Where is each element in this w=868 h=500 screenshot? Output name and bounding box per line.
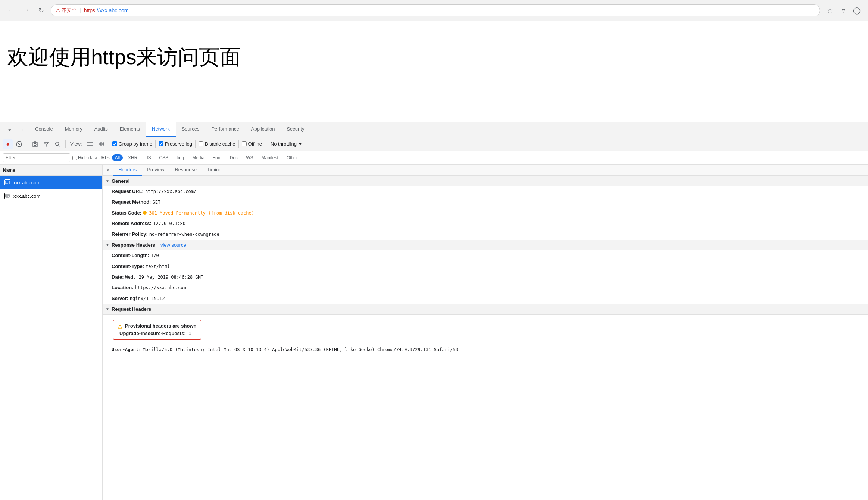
tab-security[interactable]: Security xyxy=(281,122,310,137)
separator-2 xyxy=(65,140,66,148)
hide-data-urls-check[interactable]: Hide data URLs xyxy=(72,155,110,160)
url-https: https xyxy=(84,7,95,13)
dropdown-arrow: ▼ xyxy=(298,141,303,147)
svg-line-1 xyxy=(18,143,20,145)
server-value: nginx/1.15.12 xyxy=(130,295,165,302)
forward-button[interactable]: → xyxy=(21,5,31,16)
panel-tab-preview[interactable]: Preview xyxy=(142,165,169,176)
provisional-warning-line: △ Provisional headers are shown xyxy=(118,323,196,329)
location-value: https://xxx.abc.com xyxy=(135,284,186,291)
tab-network[interactable]: Network xyxy=(146,122,176,137)
view-source-button[interactable]: view source xyxy=(160,242,186,248)
back-button[interactable]: ← xyxy=(6,5,16,16)
general-section-header[interactable]: ▼ General xyxy=(103,176,868,186)
tab-sources[interactable]: Sources xyxy=(176,122,206,137)
devtools-tabs-bar: ⁎ ▭ Console Memory Audits Elements Netwo… xyxy=(0,122,868,137)
provisional-warning-container: △ Provisional headers are shown Upgrade-… xyxy=(103,315,868,345)
filter-type-img[interactable]: Img xyxy=(174,154,187,161)
tab-performance[interactable]: Performance xyxy=(205,122,245,137)
referrer-policy-row: Referrer Policy: no-referrer-when-downgr… xyxy=(103,229,868,240)
tree-view-btn[interactable] xyxy=(96,139,106,149)
devtools-main: Name xxx.abc.com xxx.abc xyxy=(0,165,868,500)
content-type-row: Content-Type: text/html xyxy=(103,261,868,272)
request-headers-section-header[interactable]: ▼ Request Headers xyxy=(103,304,868,315)
address-bar[interactable]: ⚠ 不安全 | https://xxx.abc.com xyxy=(51,4,820,16)
group-by-frame-checkbox[interactable]: Group by frame xyxy=(112,141,152,147)
filter-type-ws[interactable]: WS xyxy=(243,154,256,161)
record-button[interactable]: ● xyxy=(3,139,13,149)
insecure-text: 不安全 xyxy=(62,7,77,14)
filter-input[interactable] xyxy=(3,153,70,162)
file-item-0[interactable]: xxx.abc.com xyxy=(0,176,102,189)
separator-4 xyxy=(155,140,156,148)
filter-type-font[interactable]: Font xyxy=(210,154,225,161)
disable-cache-checkbox[interactable]: Disable cache xyxy=(199,141,235,147)
tab-memory[interactable]: Memory xyxy=(59,122,88,137)
devtools-top-icons: ⁎ ▭ xyxy=(1,124,29,135)
remote-address-row: Remote Address: 127.0.0.1:80 xyxy=(103,218,868,229)
filter-button[interactable] xyxy=(41,139,51,149)
cursor-icon-btn[interactable]: ⁎ xyxy=(4,124,15,135)
filter-type-doc[interactable]: Doc xyxy=(227,154,241,161)
throttling-dropdown[interactable]: No throttling ▼ xyxy=(268,140,305,147)
device-icon-btn[interactable]: ▭ xyxy=(16,124,26,135)
panel-tabs: × Headers Preview Response Timing xyxy=(103,165,868,176)
request-url-value: http://xxx.abc.com/ xyxy=(145,188,196,195)
svg-rect-11 xyxy=(99,144,101,146)
referrer-policy-value: no-referrer-when-downgrade xyxy=(149,231,219,238)
preserve-log-checkbox[interactable]: Preserve log xyxy=(159,141,192,147)
tab-console[interactable]: Console xyxy=(29,122,59,137)
profile-button[interactable]: ◯ xyxy=(852,5,862,16)
filter-type-all[interactable]: All xyxy=(112,154,123,161)
referrer-policy-key: Referrer Policy: xyxy=(112,231,148,238)
tab-audits[interactable]: Audits xyxy=(88,122,114,137)
file-icon-0 xyxy=(4,179,10,185)
panel-tab-timing[interactable]: Timing xyxy=(202,165,227,176)
list-view-btn[interactable] xyxy=(85,139,95,149)
page-heading: 欢迎使用https来访问页面 xyxy=(7,43,241,72)
filter-type-css[interactable]: CSS xyxy=(156,154,171,161)
content-length-key: Content-Length: xyxy=(112,252,149,260)
clear-button[interactable] xyxy=(14,139,24,149)
location-key: Location: xyxy=(112,284,134,292)
content-length-value: 170 xyxy=(151,252,159,259)
user-agent-key: User-Agent: xyxy=(112,346,141,353)
separator-3 xyxy=(109,140,109,148)
insecure-badge: ⚠ 不安全 xyxy=(56,7,77,14)
filter-type-other[interactable]: Other xyxy=(284,154,301,161)
file-item-1[interactable]: xxx.abc.com xyxy=(0,189,102,203)
page-content: 欢迎使用https来访问页面 xyxy=(0,21,868,122)
server-key: Server: xyxy=(112,295,128,303)
devtools-panel: ⁎ ▭ Console Memory Audits Elements Netwo… xyxy=(0,122,868,500)
server-row: Server: nginx/1.15.12 xyxy=(103,293,868,304)
camera-button[interactable] xyxy=(30,139,40,149)
reload-button[interactable]: ↻ xyxy=(36,5,46,16)
provisional-warning-text: Provisional headers are shown xyxy=(125,323,196,329)
close-panel-button[interactable]: × xyxy=(104,166,112,174)
offline-checkbox[interactable]: Offline xyxy=(242,141,262,147)
filter-type-media[interactable]: Media xyxy=(189,154,207,161)
separator-1 xyxy=(27,140,27,148)
bookmark-button[interactable]: ☆ xyxy=(825,5,835,16)
separator-7 xyxy=(265,140,265,148)
extensions-button[interactable]: ▿ xyxy=(838,5,849,16)
request-collapse-triangle: ▼ xyxy=(106,307,109,311)
svg-point-3 xyxy=(34,143,36,146)
search-button[interactable] xyxy=(53,139,62,149)
user-agent-row: User-Agent: Mozilla/5.0 (Macintosh; Inte… xyxy=(103,345,868,355)
filter-type-js[interactable]: JS xyxy=(143,154,154,161)
filter-type-xhr[interactable]: XHR xyxy=(125,154,140,161)
response-headers-section-header[interactable]: ▼ Response Headers view source xyxy=(103,240,868,250)
file-list-panel: Name xxx.abc.com xxx.abc xyxy=(0,165,103,500)
svg-rect-14 xyxy=(6,194,9,197)
warning-icon: ⚠ xyxy=(56,7,60,13)
url-separator: | xyxy=(79,7,81,13)
request-method-key: Request Method: xyxy=(112,199,151,206)
panel-tab-headers[interactable]: Headers xyxy=(113,165,142,176)
file-list-header: Name xyxy=(0,165,102,176)
filter-type-manifest[interactable]: Manifest xyxy=(259,154,281,161)
tab-application[interactable]: Application xyxy=(245,122,281,137)
panel-tab-response[interactable]: Response xyxy=(169,165,202,176)
devtools-toolbar: ● View: xyxy=(0,137,868,151)
tab-elements[interactable]: Elements xyxy=(114,122,146,137)
